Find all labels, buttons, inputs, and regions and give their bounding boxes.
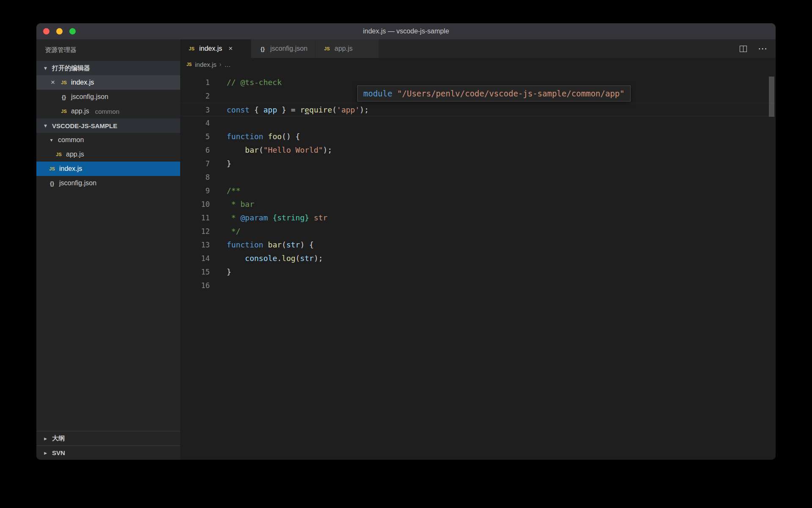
section-outline-label: 大纲 [52,434,65,442]
breadcrumb-file[interactable]: index.js [195,61,217,68]
split-editor-icon[interactable] [740,46,747,52]
breadcrumb[interactable]: JS index.js › … [180,58,776,71]
token: ); [359,105,369,114]
open-editor-item[interactable]: ×JSindex.js [36,75,180,90]
token [263,240,268,249]
explorer-sidebar: 资源管理器 ▾ 打开的编辑器 ×JSindex.js×{}jsconfig.js… [36,39,180,460]
file-label: index.js [71,79,94,86]
open-editors-label: 打开的编辑器 [52,64,90,72]
code-line[interactable]: 13function bar(str) { [180,238,776,252]
code-line[interactable]: 6 bar("Hello World"); [180,143,776,157]
code-text: * @param {string} str [227,211,327,225]
vscode-window: index.js — vscode-js-sample 资源管理器 ▾ 打开的编… [36,23,776,460]
code-line[interactable]: 11 * @param {string} str [180,211,776,225]
scrollbar-thumb[interactable] [769,77,774,117]
chevron-right-icon: ▸ [42,450,49,456]
token [309,213,314,222]
tree-file-jsconfig.json[interactable]: {}jsconfig.json [36,176,180,190]
tab-label: index.js [199,45,222,52]
tab-app.js[interactable]: JSapp.js [315,39,379,58]
js-file-icon: JS [323,46,331,51]
code-text: } [227,157,231,170]
open-editor-item[interactable]: ×JSapp.jscommon [36,104,180,118]
tab-jsconfig.json[interactable]: {}jsconfig.json [251,39,315,58]
code-line[interactable]: 7} [180,157,776,170]
code-line[interactable]: 15} [180,265,776,279]
section-svn[interactable]: ▸ SVN [36,445,180,460]
tab-bar: JSindex.js×{}jsconfig.jsonJSapp.js ⋯ [180,39,776,58]
close-icon[interactable]: × [228,44,233,53]
token: {string} [272,213,309,222]
token: function [227,240,263,249]
token: ( [282,240,286,249]
token: * bar [227,200,254,209]
window-title: index.js — vscode-js-sample [363,27,449,35]
line-number: 11 [180,211,210,225]
code-line[interactable]: 9/** [180,184,776,198]
main-area: 资源管理器 ▾ 打开的编辑器 ×JSindex.js×{}jsconfig.js… [36,39,776,460]
js-file-icon: JS [60,109,68,114]
line-number: 7 [180,157,210,170]
line-number: 4 [180,116,210,130]
more-actions-icon[interactable]: ⋯ [758,44,767,53]
line-number: 1 [180,76,210,89]
token: } [227,267,231,276]
code-line[interactable]: 12 */ [180,225,776,238]
js-file-icon: JS [60,80,68,85]
code-line[interactable]: 3const { app } = require('app');… [180,103,776,116]
tab-index.js[interactable]: JSindex.js× [180,39,251,58]
token: () { [282,132,300,141]
token: app [263,105,277,114]
file-label: index.js [59,165,82,173]
tab-actions: ⋯ [740,39,767,58]
tree-file-index.js[interactable]: JSindex.js [36,162,180,176]
line-number: 13 [180,238,210,252]
code-line[interactable]: 10 * bar [180,198,776,211]
zoom-window-button[interactable] [69,28,76,35]
code-line[interactable]: 16 [180,279,776,292]
token: ( [259,146,263,154]
tree-folder-common[interactable]: ▾common [36,133,180,147]
close-icon[interactable]: × [49,78,57,87]
file-tree: ▾commonJSapp.jsJSindex.js{}jsconfig.json [36,133,180,190]
code-editor[interactable]: 1// @ts-check23const { app } = require('… [180,71,776,460]
code-line[interactable]: 4 [180,116,776,130]
js-file-icon: JS [55,152,63,157]
code-text: function foo() { [227,130,300,143]
breadcrumb-separator-icon: › [219,61,222,68]
token: // @ts-check [227,78,282,87]
minimize-window-button[interactable] [56,28,63,35]
json-file-icon: {} [259,46,266,52]
token: log [282,254,296,263]
open-editors-header[interactable]: ▾ 打开的编辑器 [36,61,180,75]
token: str [300,254,314,263]
code-text: bar("Hello World"); [227,143,332,157]
project-label: VSCODE-JS-SAMPLE [52,122,117,129]
token: { [250,105,263,114]
code-line[interactable]: 8 [180,170,776,184]
tabs: JSindex.js×{}jsconfig.jsonJSapp.js [180,39,379,58]
token: ); [314,254,323,263]
titlebar: index.js — vscode-js-sample [36,23,776,39]
section-outline[interactable]: ▸ 大纲 [36,431,180,445]
code-text: // @ts-check [227,76,282,89]
line-number: 14 [180,252,210,265]
code-text: */ [227,225,241,238]
breadcrumb-more[interactable]: … [225,61,231,68]
code-text: function bar(str) { [227,238,314,252]
open-editor-item[interactable]: ×{}jsconfig.json [36,90,180,104]
code-line[interactable]: 5function foo() { [180,130,776,143]
token: str [286,240,300,249]
line-number: 15 [180,265,210,279]
code-text: } [227,265,231,279]
close-window-button[interactable] [43,28,49,35]
token: ( [296,254,300,263]
line-number: 5 [180,130,210,143]
token: "Hello World" [263,146,323,154]
token: console [245,254,277,263]
code-text: console.log(str); [227,252,323,265]
code-line[interactable]: 14 console.log(str); [180,252,776,265]
project-header[interactable]: ▾ VSCODE-JS-SAMPLE [36,118,180,133]
traffic-lights [43,28,76,35]
tree-file-app.js[interactable]: JSapp.js [36,147,180,162]
